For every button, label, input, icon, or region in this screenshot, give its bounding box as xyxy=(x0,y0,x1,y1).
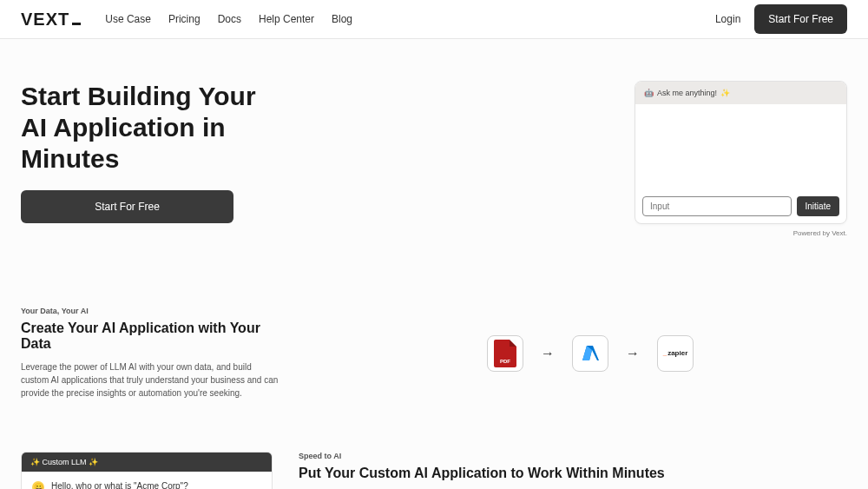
section2-body: Leverage the power of LLM AI with your o… xyxy=(21,360,281,400)
robot-icon: 🤖 xyxy=(644,89,654,97)
section2-eyebrow: Your Data, Your AI xyxy=(21,307,281,315)
arrow-right-icon: → xyxy=(541,346,555,361)
chat-body xyxy=(635,104,846,189)
logo[interactable]: VEXT xyxy=(21,10,81,30)
start-free-hero-button[interactable]: Start For Free xyxy=(21,190,233,223)
main-nav: Use Case Pricing Docs Help Center Blog xyxy=(105,13,352,25)
chat-header-text: Ask me anything! xyxy=(657,89,717,97)
section3-eyebrow: Speed to AI xyxy=(299,452,847,460)
nav-use-case[interactable]: Use Case xyxy=(105,13,151,25)
nav-pricing[interactable]: Pricing xyxy=(168,13,201,25)
zapier-icon: _zapier xyxy=(663,349,688,357)
logo-text: VEXT xyxy=(21,10,69,30)
hero-title: Start Building Your AI Application in Mi… xyxy=(21,81,264,175)
nav-docs[interactable]: Docs xyxy=(218,13,241,25)
hero-section: Start Building Your AI Application in Mi… xyxy=(21,39,847,289)
user-avatar-icon: 😀 xyxy=(32,481,44,489)
arrow-right-icon: → xyxy=(626,346,640,361)
nav-blog[interactable]: Blog xyxy=(332,13,352,25)
data-section: Your Data, Your AI Create Your AI Applic… xyxy=(21,289,847,434)
nav-help-center[interactable]: Help Center xyxy=(259,13,314,25)
chat-demo-card: 🤖 Ask me anything! ✨ Initiate xyxy=(635,81,847,224)
chat-input[interactable] xyxy=(642,196,792,216)
section3-title: Put Your Custom AI Application to Work W… xyxy=(299,466,847,481)
llm-demo-card: ✨ Custom LLM ✨ 😀 Hello, who or what is "… xyxy=(21,452,273,489)
flow-box-azure xyxy=(572,335,608,372)
top-header: VEXT Use Case Pricing Docs Help Center B… xyxy=(0,0,868,39)
section2-title: Create Your AI Application with Your Dat… xyxy=(21,320,281,352)
speed-section: ✨ Custom LLM ✨ 😀 Hello, who or what is "… xyxy=(21,434,847,489)
flow-diagram: PDF → → _zapier xyxy=(333,335,847,372)
flow-box-pdf: PDF xyxy=(487,335,523,372)
pdf-icon: PDF xyxy=(494,340,516,367)
start-free-header-button[interactable]: Start For Free xyxy=(754,4,847,34)
flow-box-zapier: _zapier xyxy=(657,335,694,372)
login-link[interactable]: Login xyxy=(715,13,740,25)
powered-by-text: Powered by Vext. xyxy=(635,229,847,237)
llm-card-header: ✨ Custom LLM ✨ xyxy=(22,453,272,472)
chat-initiate-button[interactable]: Initiate xyxy=(797,196,839,216)
chat-header: 🤖 Ask me anything! ✨ xyxy=(635,82,846,104)
logo-underscore-icon xyxy=(72,23,81,25)
llm-user-text: Hello, who or what is "Acme Corp"? xyxy=(51,480,188,489)
llm-user-message: 😀 Hello, who or what is "Acme Corp"? xyxy=(32,480,261,489)
sparkle-icon: ✨ xyxy=(720,89,730,97)
azure-icon xyxy=(580,343,601,364)
